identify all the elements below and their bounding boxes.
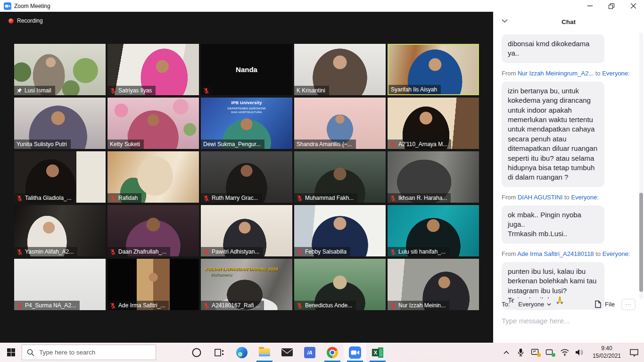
muted-mic-icon — [390, 195, 396, 201]
video-tile-nur-izzah-meinin[interactable]: Nur Izzah Meinin... — [388, 259, 479, 310]
tray-wifi-button[interactable] — [560, 343, 570, 362]
muted-mic-icon — [17, 195, 23, 201]
video-tile-muhammad-fakh[interactable]: Muhammad Fakh... — [294, 151, 386, 203]
video-tile-a24180167-rafi[interactable]: KULIAH LAPANGAN DARING 2020MahameruA2418… — [201, 259, 292, 310]
taskbar-zoom-button[interactable] — [344, 343, 366, 362]
zoom-icon — [349, 346, 361, 359]
minimize-icon — [587, 3, 593, 8]
muted-mic-icon — [203, 195, 209, 201]
video-tile-ruth-marry-grac[interactable]: Ruth Marry Grac... — [201, 151, 292, 203]
windows-logo-icon — [7, 348, 15, 356]
tray-chevron-up-button[interactable] — [501, 343, 512, 362]
task-view-button[interactable] — [208, 343, 231, 362]
participant-name: Febby Salsabilla — [305, 248, 347, 255]
participant-name: Daan Zhafrullah_... — [118, 248, 166, 255]
tray-microphone-button[interactable] — [516, 343, 526, 362]
close-icon — [631, 3, 636, 8]
participant-label: Satriyas Ilyas — [107, 86, 156, 95]
tray-device-button[interactable] — [545, 343, 555, 362]
participant-label: Ketty Suketi — [107, 140, 144, 149]
video-tile-ade-irma-safitri[interactable]: Ade Irma Safitri_... — [107, 259, 199, 310]
taskbar-mail-button[interactable] — [276, 343, 298, 362]
recipient-dropdown[interactable]: Everyone — [513, 298, 556, 310]
taskbar-app-a-button[interactable]: /A — [298, 343, 321, 362]
participant-label: Muhammad Fakh... — [294, 193, 357, 203]
video-tile-syarifah-iis-aisyah[interactable]: Syarifah Iis Aisyah — [388, 44, 479, 95]
video-tile-rafidah[interactable]: Rafidah — [107, 151, 199, 203]
taskbar-chrome-button[interactable] — [321, 343, 344, 362]
taskbar-file-explorer-button[interactable] — [253, 343, 276, 362]
video-tile-yunita-sulistyo-putri[interactable]: Yunita Sulistyo Putri — [14, 98, 106, 149]
file-button[interactable]: File — [594, 300, 615, 308]
video-tile-benedictus-ande[interactable]: Benedictus Ande... — [294, 259, 386, 310]
muted-mic-icon — [203, 88, 209, 94]
participant-label: P4_Surma NA_A2... — [14, 301, 80, 310]
mail-icon — [281, 348, 293, 357]
participant-label: Yunita Sulistyo Putri — [14, 140, 71, 149]
video-tile-dewi-sukma-pengur[interactable]: IPB UniversityDEPARTEMEN AGRONOMIDAN HOR… — [201, 98, 292, 149]
minimize-button[interactable] — [579, 0, 601, 12]
video-tile-yasmin-alifah-a2[interactable]: Yasmin Alifah_A2... — [14, 205, 106, 256]
participant-label: Ruth Marry Grac... — [201, 193, 262, 203]
taskbar-search[interactable]: Type here to search — [22, 345, 156, 360]
chat-message-bubble: izin bertanya bu, untuk kokedema yang di… — [502, 82, 604, 187]
video-tile-daan-zhafrullah[interactable]: Daan Zhafrullah_... — [107, 205, 199, 256]
video-tile-febby-salsabilla[interactable]: Febby Salsabilla — [294, 205, 386, 256]
participant-label: Yasmin Alifah_A2... — [14, 247, 77, 256]
video-tile-ketty-suketi[interactable]: Ketty Suketi — [107, 98, 199, 149]
participant-label: A24180167_Rafi ... — [201, 301, 264, 310]
chrome-icon — [327, 347, 338, 358]
video-tile-k-krisantini[interactable]: K Krisantini — [294, 44, 386, 95]
restore-button[interactable] — [601, 0, 622, 12]
participant-label: K Krisantini — [294, 86, 329, 95]
chat-message-bubble: dibonsai kmd dikokedama ya.. — [502, 34, 604, 63]
clock-time: 9:40 — [593, 345, 621, 353]
to-label: To: — [502, 301, 510, 308]
video-tile-lulu-siti-hanifah[interactable]: Lulu siti hanifah_... — [388, 205, 479, 256]
participant-name: Nanda — [201, 44, 292, 95]
video-tile-p4-surma-na-a2[interactable]: P4_Surma NA_A2... — [14, 259, 106, 310]
video-tile-satriyas-ilyas[interactable]: Satriyas Ilyas — [107, 44, 199, 95]
muted-mic-icon — [110, 195, 116, 201]
search-icon — [27, 349, 34, 356]
chat-header: Chat — [493, 12, 644, 32]
chevron-up-icon — [503, 350, 510, 355]
chat-message-bubble: ok mbak.. Pingin nyoba juga.. Trmkasih m… — [502, 206, 604, 244]
search-placeholder: Type here to search — [39, 349, 95, 356]
muted-mic-icon — [390, 249, 396, 255]
cortana-button[interactable] — [185, 343, 208, 362]
video-tile-talitha-gladiola[interactable]: Talitha Gladiola_... — [14, 151, 106, 203]
action-center-button[interactable] — [629, 343, 639, 362]
video-tile-a2-110-arnaya-m[interactable]: A2'110_Arnaya M... — [388, 98, 479, 149]
taskbar-edge-button[interactable] — [231, 343, 253, 362]
file-explorer-icon — [259, 348, 270, 356]
participant-name: Muhammad Fakh... — [305, 195, 354, 201]
video-tile-ikhsan-r-haraha[interactable]: Ikhsan R. Haraha... — [388, 151, 479, 203]
taskbar-excel-button[interactable]: X — [366, 343, 389, 362]
app-a-icon: /A — [304, 347, 315, 358]
sender-name: Nur Izzah Meiningrum_A2... — [518, 70, 594, 77]
participant-name: Dewi Sukma_Pengur... — [203, 141, 261, 148]
chat-panel: Chat dibonsai kmd dikokedama ya..From Nu… — [493, 12, 644, 343]
close-button[interactable] — [622, 0, 644, 12]
video-tile-pawitri-adhistyan[interactable]: Pawitri Adhistyan... — [201, 205, 292, 256]
chat-more-button[interactable]: ... — [621, 299, 636, 310]
video-tile-nanda[interactable]: Nanda — [201, 44, 292, 95]
muted-mic-icon — [203, 303, 209, 309]
participant-label: Lusi Ismail — [14, 86, 55, 95]
chevron-down-icon[interactable] — [502, 19, 508, 23]
tray-volume-button[interactable] — [574, 343, 585, 362]
muted-mic-icon — [110, 88, 116, 94]
chat-message-input[interactable] — [502, 317, 636, 325]
chat-scrollbar-thumb[interactable] — [639, 193, 643, 292]
video-tile-shandra-amarillis[interactable]: Shandra Amarillis (~... — [294, 98, 386, 149]
participant-label: Talitha Gladiola_... — [14, 193, 75, 203]
taskbar-clock[interactable]: 9:40 15/02/2021 — [593, 345, 621, 360]
participant-label: Nur Izzah Meinin... — [388, 301, 449, 310]
tray-sync-button[interactable] — [530, 343, 541, 362]
recipient-name: Everyone: — [571, 194, 599, 201]
recording-dot-icon — [8, 18, 14, 24]
taskbar: Type here to search /A — [0, 343, 644, 362]
start-button[interactable] — [0, 343, 22, 362]
video-tile-lusi-ismail[interactable]: Lusi Ismail — [14, 44, 106, 95]
